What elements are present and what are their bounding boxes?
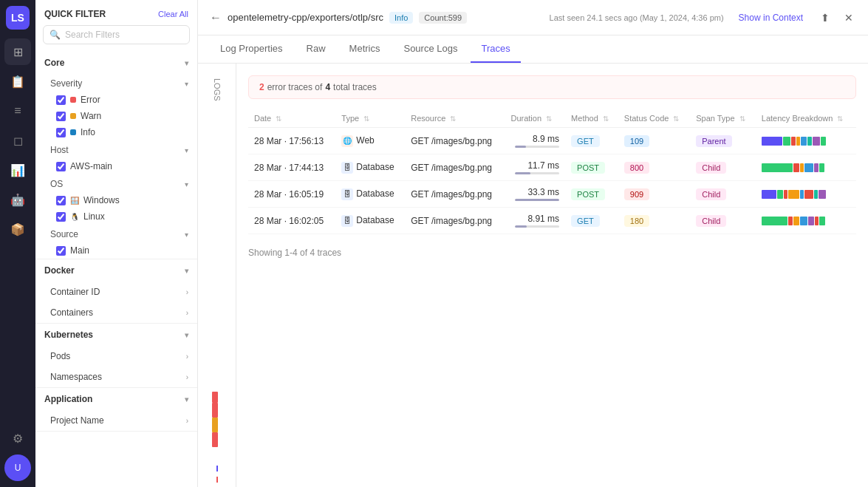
main-checkbox[interactable] <box>56 246 66 256</box>
namespaces-item[interactable]: Namespaces › <box>35 367 197 387</box>
cell-type: 🗄Database <box>335 181 405 208</box>
namespaces-label: Namespaces <box>50 372 102 382</box>
type-icon-web: 🌐 <box>341 135 353 147</box>
filter-item-info: Info <box>35 124 197 140</box>
latency-segment <box>815 217 819 225</box>
cell-latency <box>756 154 856 181</box>
close-icon[interactable]: ✕ <box>841 9 856 27</box>
filter-item-linux: 🐧 Linux <box>35 208 197 225</box>
cell-method: GET <box>565 128 618 154</box>
latency-segment <box>793 217 799 225</box>
latency-segment <box>807 137 812 146</box>
host-header[interactable]: Host ▾ <box>35 140 197 158</box>
table-row[interactable]: 28 Mar · 17:56:13🌐WebGET /images/bg.png … <box>248 128 856 154</box>
nav-icon-robot[interactable]: 🤖 <box>4 186 31 213</box>
col-status-code[interactable]: Status Code ⇅ <box>618 109 690 128</box>
latency-bar <box>762 215 850 227</box>
svg-rect-2 <box>212 403 218 418</box>
upload-icon[interactable]: ⬆ <box>818 9 833 27</box>
core-section-header[interactable]: Core ▾ <box>35 52 197 74</box>
cell-status: 180 <box>618 208 690 234</box>
col-resource[interactable]: Resource ⇅ <box>405 109 505 128</box>
latency-segment <box>791 137 796 146</box>
nav-icon-logs[interactable]: 📋 <box>4 68 31 95</box>
show-context-button[interactable]: Show in Context <box>733 10 809 26</box>
latency-segment <box>783 137 790 146</box>
col-span-type[interactable]: Span Type ⇅ <box>690 109 756 128</box>
nav-icon-home[interactable]: ⊞ <box>4 38 31 65</box>
nav-icon-list[interactable]: ≡ <box>4 98 31 124</box>
pods-chevron-icon: › <box>186 353 188 361</box>
col-type[interactable]: Type ⇅ <box>335 109 405 128</box>
cell-method: POST <box>565 181 618 208</box>
tab-source-logs[interactable]: Source Logs <box>393 35 468 63</box>
info-checkbox[interactable] <box>56 128 66 137</box>
containers-label: Containers <box>50 307 93 318</box>
nav-icon-settings[interactable]: ⚙ <box>4 425 31 452</box>
pods-item[interactable]: Pods › <box>35 346 197 367</box>
latency-segment <box>777 190 783 199</box>
severity-header[interactable]: Severity ▾ <box>35 74 197 92</box>
total-count: 4 <box>325 82 330 92</box>
os-label: OS <box>50 179 63 189</box>
container-id-item[interactable]: Container ID › <box>35 282 197 302</box>
latency-bar <box>762 162 850 174</box>
latency-segment <box>788 217 793 225</box>
tab-metrics[interactable]: Metrics <box>339 35 391 63</box>
application-label: Application <box>44 394 92 404</box>
aws-checkbox[interactable] <box>56 162 66 171</box>
nav-icon-package[interactable]: 📦 <box>4 216 31 242</box>
nav-icon-chart[interactable]: 📊 <box>4 157 31 183</box>
cell-resource: GET /images/bg.png <box>405 154 505 181</box>
search-filters-box[interactable]: 🔍 Search Filters <box>43 25 190 44</box>
table-row[interactable]: 28 Mar · 17:44:13🗄DatabaseGET /images/bg… <box>248 154 856 181</box>
cell-date: 28 Mar · 17:44:13 <box>248 154 335 181</box>
warn-dot <box>70 113 76 119</box>
col-duration[interactable]: Duration ⇅ <box>505 109 565 128</box>
host-chevron-icon: ▾ <box>185 146 188 154</box>
error-label: Error <box>81 95 100 105</box>
kubernetes-section-header[interactable]: Kubernetes ▾ <box>35 324 197 346</box>
col-method[interactable]: Method ⇅ <box>565 109 618 128</box>
cell-status: 909 <box>618 181 690 208</box>
nav-icon-box[interactable]: ◻ <box>4 127 31 154</box>
cell-duration: 11.7 ms <box>505 154 565 181</box>
table-header-row: Date ⇅ Type ⇅ Resource ⇅ Duration ⇅ Meth… <box>248 109 856 128</box>
latency-segment <box>793 163 799 172</box>
cell-latency <box>756 181 856 208</box>
cell-duration: 33.3 ms <box>505 181 565 208</box>
tab-raw[interactable]: Raw <box>296 35 336 63</box>
cell-type: 🌐Web <box>335 128 405 154</box>
nav-icon-user[interactable]: U <box>4 454 31 481</box>
clear-all-button[interactable]: Clear All <box>158 10 188 18</box>
project-name-item[interactable]: Project Name › <box>35 410 197 431</box>
tab-traces[interactable]: Traces <box>471 35 520 63</box>
method-badge: POST <box>571 188 605 200</box>
containers-chevron-icon: › <box>186 309 188 317</box>
table-row[interactable]: 28 Mar · 16:02:05🗄DatabaseGET /images/bg… <box>248 208 856 234</box>
showing-text: Showing 1-4 of 4 traces <box>248 245 856 261</box>
severity-chevron-icon: ▾ <box>185 80 188 88</box>
warn-label: Warn <box>81 111 101 121</box>
error-checkbox[interactable] <box>56 95 66 105</box>
mini-chart <box>206 101 228 487</box>
back-button[interactable]: ← <box>210 11 222 24</box>
table-row[interactable]: 28 Mar · 16:05:19🗄DatabaseGET /images/bg… <box>248 181 856 208</box>
linux-checkbox[interactable] <box>56 212 66 222</box>
source-header[interactable]: Source ▾ <box>35 225 197 242</box>
windows-checkbox[interactable] <box>56 196 66 205</box>
docker-label: Docker <box>44 265 75 276</box>
col-date[interactable]: Date ⇅ <box>248 109 335 128</box>
namespaces-chevron-icon: › <box>186 373 188 381</box>
latency-segment <box>804 190 813 199</box>
warn-checkbox[interactable] <box>56 112 66 121</box>
logs-panel: LOGS <box>198 64 236 487</box>
containers-item[interactable]: Containers › <box>35 302 197 323</box>
col-latency[interactable]: Latency Breakdown ⇅ <box>756 109 856 128</box>
latency-segment <box>804 163 813 172</box>
application-section-header[interactable]: Application ▾ <box>35 388 197 410</box>
status-badge: 909 <box>624 188 649 200</box>
os-header[interactable]: OS ▾ <box>35 174 197 192</box>
docker-section-header[interactable]: Docker ▾ <box>35 259 197 282</box>
tab-log-properties[interactable]: Log Properties <box>210 35 293 63</box>
